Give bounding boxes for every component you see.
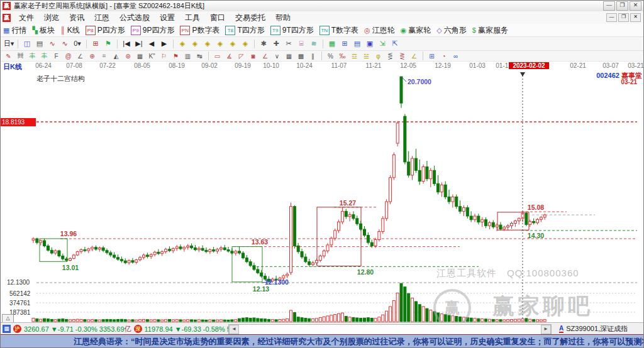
fan-red-tool[interactable]: ∡ (224, 52, 235, 60)
phi-ratio-tool[interactable]: φ (373, 52, 384, 60)
menu-item-window[interactable]: 窗口 (205, 12, 230, 24)
kline-chart-svg[interactable]: 20.700013.9613.0113.6312.130012.1315.271… (1, 70, 644, 322)
gold-section-1-tool[interactable]: ☲ (349, 52, 360, 60)
p-digit-table-button[interactable]: PNP数字表 (180, 25, 219, 36)
jump-first-button[interactable]: |◀ (121, 39, 132, 49)
stamp-tool-button[interactable]: ⌸ (296, 39, 307, 49)
gann-wheel-button[interactable]: ◎江恩轮 (364, 25, 395, 36)
quotes-button[interactable]: ▦行情 (3, 25, 26, 36)
protractor-tool[interactable]: ◭ (111, 52, 121, 60)
gold-section-2-tool[interactable]: ☱ (361, 52, 372, 60)
expand-pane-button[interactable]: △ (2, 314, 14, 323)
winner-wheel-button[interactable]: ◉赢家轮 (401, 25, 431, 36)
menu-item-formula-pick[interactable]: 公式选股 (114, 12, 155, 24)
matrix-tool[interactable]: ▦ (135, 52, 145, 60)
box-select-tool[interactable]: ▭ (212, 52, 223, 60)
menu-item-news[interactable]: 资讯 (64, 12, 89, 24)
export-1-icon[interactable]: ⇲ (377, 39, 388, 49)
jump-last-button[interactable]: ▶| (133, 39, 145, 49)
gann-diamond-5-button[interactable]: ◈ (227, 39, 238, 49)
check-lines-tool[interactable]: ∨ (272, 52, 282, 60)
9p-square-button[interactable]: P99P四方形 (131, 25, 175, 36)
t-square-button[interactable]: T8T四方形 (225, 25, 264, 36)
period-day-dropdown[interactable]: 日▾ (3, 39, 14, 49)
wave-line2-icon[interactable]: ∿ (59, 39, 70, 49)
flag-icon[interactable]: ⚑ (103, 39, 114, 49)
fibo-retrace-2-tool[interactable]: ⋛ (397, 52, 408, 60)
shape-red-tool[interactable]: ◸ (236, 52, 247, 60)
fence-tool[interactable]: ▥ (182, 52, 193, 60)
menu-item-file[interactable]: 文件 (14, 12, 39, 24)
hexagon-button[interactable]: ◇六角形 (436, 25, 466, 36)
scroll-left-button[interactable]: ◄ (229, 325, 239, 334)
pencil-tool[interactable]: ✎ (3, 52, 14, 60)
scroll-right-button[interactable]: ► (541, 325, 551, 334)
gann-diamond-2-button[interactable]: ◈ (189, 39, 201, 49)
overlay-kline-icon[interactable]: ⊞ (90, 39, 101, 49)
menu-item-help[interactable]: 帮助 (270, 12, 296, 24)
kline-chart-area[interactable]: 20.700013.9613.0113.6312.130012.1315.271… (1, 70, 644, 322)
winner-service-button[interactable]: $赢家服务 (472, 25, 508, 36)
speed-line-tool[interactable]: ∠ (409, 52, 419, 60)
color-grid-tool[interactable]: ⊞ (426, 52, 437, 60)
horizontal-scrollbar[interactable]: ◄ ► (228, 324, 552, 335)
gann-diamond-4-button[interactable]: ◈ (214, 39, 226, 49)
h-arrows-tool[interactable]: ↹ (194, 52, 205, 60)
scroll-track[interactable] (239, 325, 541, 334)
pin-tool-1[interactable]: ⚐ (158, 52, 169, 60)
menu-item-settings[interactable]: 设置 (155, 12, 180, 24)
wave-line-icon[interactable]: ∿ (47, 39, 58, 49)
gann-fan-tool[interactable]: ⊛ (123, 52, 133, 60)
crosshair-tool-button[interactable]: ✚ (270, 39, 282, 49)
parallel-lines-tool[interactable]: ∥ (308, 52, 318, 60)
hand-tool-button[interactable]: ✱ (258, 39, 269, 49)
sectors-button[interactable]: ▚板块 (32, 25, 54, 36)
frame-red-tool[interactable]: ◙ (248, 52, 258, 60)
calculator-icon[interactable]: ⊞ (339, 39, 350, 49)
menu-item-trade[interactable]: 交易委托 (230, 12, 270, 24)
step-forward-button[interactable]: ▶ (158, 39, 170, 49)
fibo-retrace-1-tool[interactable]: ⋚ (385, 52, 396, 60)
letter-f-tool[interactable]: F (51, 52, 62, 60)
mdi-maximize-button[interactable]: ❐ (618, 13, 629, 22)
grid-n2-tool[interactable]: ⌗ (99, 52, 109, 60)
gann-diamond-1-button[interactable]: ◈ (177, 39, 188, 49)
calendar-icon[interactable]: ▦ (326, 39, 338, 49)
t-digit-table-button[interactable]: TNT数字表 (319, 25, 358, 36)
menu-item-tools[interactable]: 工具 (180, 12, 205, 24)
spiral-tool[interactable]: @ (63, 52, 74, 60)
curve-tool-button[interactable]: ≋ (308, 39, 319, 49)
maximize-button[interactable]: ❐ (616, 1, 628, 11)
p-square-button[interactable]: P8P四方形 (86, 25, 125, 36)
pin-tool-2[interactable]: ⚑ (170, 52, 181, 60)
angle-lines-tool[interactable]: ∠ (260, 52, 270, 60)
info-panel-icon[interactable]: ▤ (34, 39, 45, 49)
k-mark-tool[interactable]: K" (147, 52, 157, 60)
mdi-minimize-button[interactable]: — (606, 13, 617, 22)
gann-diamond-3-button[interactable]: ◈ (202, 39, 213, 49)
angle-ruler-tool[interactable]: ∠ (75, 52, 86, 60)
marker-dropdown[interactable]: 0▾ (72, 39, 83, 49)
gann-grid-green-tool[interactable]: 丰 (27, 52, 38, 60)
circle-cross-tool[interactable]: ⊕ (87, 52, 97, 60)
tally-lines-tool[interactable]: 卌 (15, 52, 26, 60)
kline-button[interactable]: ║K线 (60, 25, 80, 36)
step-back-button[interactable]: ◀ (146, 39, 157, 49)
menu-item-browse[interactable]: 浏览 (39, 12, 64, 24)
pie-tool[interactable]: ◔ (438, 52, 449, 60)
notebook-icon[interactable]: ▤ (352, 39, 363, 49)
infinity-tool[interactable]: ∞ (450, 52, 461, 60)
dark-frame-tool[interactable]: ▩ (296, 52, 306, 60)
menu-item-gann[interactable]: 江恩 (89, 12, 114, 24)
pattern-window-icon[interactable]: ◫ (21, 39, 33, 49)
save-icon[interactable]: ▣ (364, 39, 375, 49)
percent-tool[interactable]: % (325, 52, 336, 60)
table-icon[interactable]: ▦ (3, 325, 11, 333)
current-index-label[interactable]: A SZ399001,深证成指 (559, 323, 628, 335)
gann-diamond-6-button[interactable]: ◈ (240, 39, 251, 49)
export-2-icon[interactable]: ⇱ (389, 39, 401, 49)
close-button[interactable]: ✕ (630, 1, 641, 11)
mdi-close-button[interactable]: ✕ (630, 13, 641, 22)
permille-tool[interactable]: ‰ (337, 52, 348, 60)
scissors-tool-button[interactable]: ✂ (283, 39, 294, 49)
